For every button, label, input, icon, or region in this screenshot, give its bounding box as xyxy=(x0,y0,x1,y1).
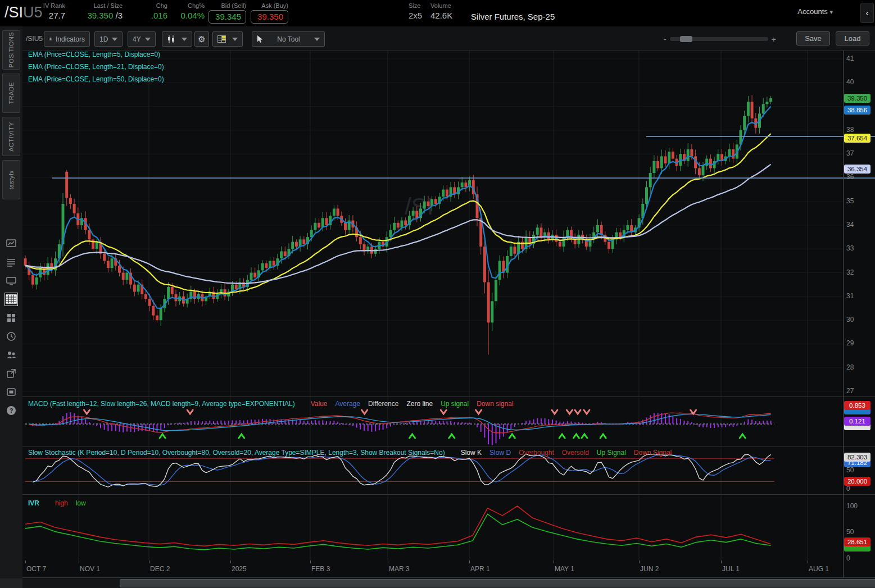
save-button[interactable]: Save xyxy=(796,31,830,45)
chart-window-icon[interactable] xyxy=(5,238,17,250)
indicators-button[interactable]: Indicators xyxy=(44,31,90,47)
zoom-slider[interactable] xyxy=(670,37,768,41)
month-label: JUL 1 xyxy=(722,565,740,573)
chart-type-dropdown[interactable] xyxy=(162,31,192,47)
month-label: FEB 3 xyxy=(311,565,330,573)
legend-item: high xyxy=(55,499,68,507)
chart-toolbar: /SIU5 Indicators 1D 4Y ⚙ No Tool - + Sav… xyxy=(22,26,875,51)
trading-app: /SIU5 IV Rank 27.7 Last / Size 39.350 /3… xyxy=(0,0,875,588)
price-tick-label: 27 xyxy=(846,387,854,395)
platform-icon[interactable] xyxy=(5,386,17,398)
layout-dropdown[interactable] xyxy=(212,31,243,47)
indicator-tick-label: 100 xyxy=(846,502,858,510)
left-sidebar: POSITIONSTRADEACTIVITYtastyfx? xyxy=(0,26,22,588)
load-button[interactable]: Load xyxy=(836,31,869,45)
stoch-legend-row: Slow Stochastic (K Period=10, D Period=1… xyxy=(28,449,672,457)
price-axis-badge: 38.856 xyxy=(844,106,871,115)
users-icon[interactable] xyxy=(5,349,17,361)
clock-icon[interactable] xyxy=(5,330,17,343)
time-scrollbar[interactable] xyxy=(22,578,875,588)
price-tick-label: 34 xyxy=(846,221,854,229)
drawing-tool-dropdown[interactable]: No Tool xyxy=(252,31,325,47)
month-tick xyxy=(388,560,388,563)
time-axis[interactable]: OCT 7NOV 1DEC 22025FEB 3MAR 3APR 1MAY 1J… xyxy=(22,560,843,577)
monitor-icon[interactable] xyxy=(5,275,17,287)
list-icon[interactable] xyxy=(5,256,17,268)
collapse-panel-button[interactable]: ‹ xyxy=(860,3,874,23)
drawn-horizontal-line[interactable] xyxy=(52,177,875,179)
macd-down-signal-arrow xyxy=(476,410,482,414)
month-tick xyxy=(721,560,722,563)
macd-up-signal-arrow xyxy=(582,434,587,438)
zoom-slider-handle[interactable] xyxy=(680,36,692,42)
month-label: JUN 2 xyxy=(640,565,659,573)
legend-item: low xyxy=(76,499,86,507)
export-icon[interactable] xyxy=(5,367,17,380)
macd-axis-badge: 0.121 xyxy=(844,417,871,426)
month-label: NOV 1 xyxy=(80,565,100,573)
month-tick xyxy=(808,560,808,563)
iv-rank-value: 27.7 xyxy=(34,11,65,20)
chg-pct-value: 0.04% xyxy=(173,11,205,20)
bid-label: Bid (Sell) xyxy=(208,2,246,9)
volume-value: 42.6K xyxy=(430,11,461,20)
gear-icon: ⚙ xyxy=(198,34,205,44)
chart-settings-button[interactable]: ⚙ xyxy=(194,31,209,47)
ivr-panel[interactable] xyxy=(22,495,843,560)
month-tick xyxy=(79,560,79,563)
indicator-tick-label: 0 xyxy=(846,485,850,493)
zoom-in-button[interactable]: + xyxy=(768,35,779,44)
price-chart-panel[interactable]: /SI xyxy=(22,51,843,396)
range-dropdown[interactable]: 4Y xyxy=(128,31,156,47)
chg-label: Chg xyxy=(138,2,167,9)
legend-item: Down signal xyxy=(477,400,513,408)
price-axis[interactable]: 414038373635343332313029282739.35038.856… xyxy=(843,0,875,577)
price-tick-label: 28 xyxy=(846,363,854,371)
price-tick-label: 38 xyxy=(846,126,854,134)
price-axis-badge: 36.354 xyxy=(844,165,871,174)
sidebar-tab-trade[interactable]: TRADE xyxy=(2,74,20,113)
macd-up-signal-arrow xyxy=(410,434,415,438)
month-label: 2025 xyxy=(232,565,247,573)
chevron-down-icon xyxy=(145,38,151,41)
month-tick xyxy=(639,560,640,563)
dashboard-icon[interactable] xyxy=(5,312,17,324)
price-tick-label: 32 xyxy=(846,268,854,276)
legend-item: Average xyxy=(336,400,360,408)
accounts-menu[interactable]: Accounts ▾ xyxy=(797,7,833,16)
bid-button[interactable]: 39.345 xyxy=(208,10,246,24)
legend-item: Up signal xyxy=(441,400,469,408)
macd-up-signal-arrow xyxy=(449,434,455,438)
price-axis-badge: 37.654 xyxy=(844,134,871,143)
sidebar-tab-tastyfx[interactable]: tastyfx xyxy=(2,160,20,199)
chevron-down-icon xyxy=(232,38,238,41)
sidebar-tab-positions[interactable]: POSITIONS xyxy=(2,30,20,70)
month-label: AUG 1 xyxy=(809,565,829,573)
ivr-legend-row: IVRhighlow xyxy=(28,499,86,507)
grid-chart-icon[interactable] xyxy=(5,293,17,306)
price-tick-label: 41 xyxy=(846,54,854,62)
sidebar-tab-label: TRADE xyxy=(8,82,15,104)
macd-down-signal-arrow xyxy=(552,410,557,414)
timeframe-dropdown[interactable]: 1D xyxy=(94,31,123,47)
zoom-out-button[interactable]: - xyxy=(660,35,670,44)
legend-item: Up Signal xyxy=(597,449,626,457)
drawn-horizontal-line[interactable] xyxy=(646,136,875,137)
candlestick-icon xyxy=(167,35,175,43)
macd-axis-badge: 0.853 xyxy=(844,401,871,410)
chevron-down-icon xyxy=(314,38,320,41)
grid-layout-icon xyxy=(217,35,226,43)
indicators-burst-icon xyxy=(49,35,52,43)
ask-button[interactable]: 39.350 xyxy=(251,10,288,24)
stoch-label: Slow Stochastic (K Period=10, D Period=1… xyxy=(28,449,445,457)
month-tick xyxy=(149,560,149,563)
scrollbar-thumb[interactable] xyxy=(120,579,875,587)
month-tick xyxy=(310,560,311,563)
macd-legend-row: MACD (Fast length=12, Slow length=26, MA… xyxy=(28,400,514,408)
ivr-label: IVR xyxy=(28,499,39,507)
macd-down-signal-arrow xyxy=(187,410,193,414)
sidebar-tab-activity[interactable]: ACTIVITY xyxy=(2,117,20,156)
help-icon[interactable]: ? xyxy=(5,404,17,417)
size-label: Size xyxy=(409,2,425,9)
last-size-label: Last / Size xyxy=(73,2,123,9)
